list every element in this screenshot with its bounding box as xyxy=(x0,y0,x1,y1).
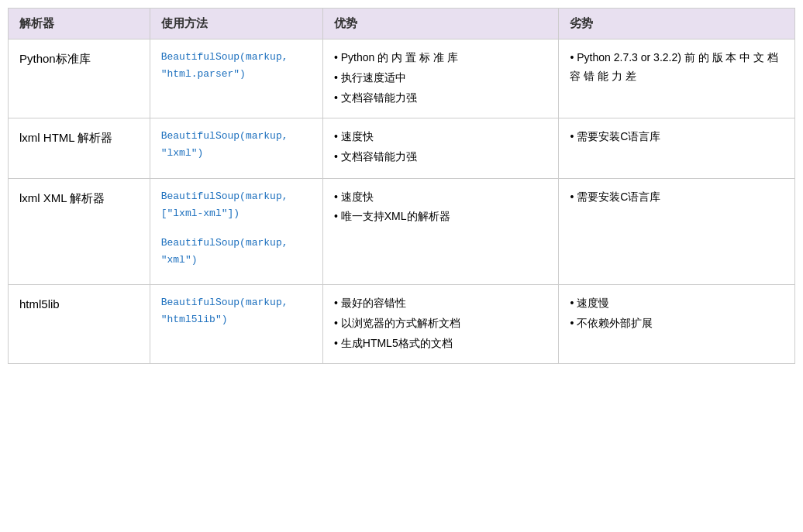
usage-code: BeautifulSoup(markup, "html5lib") xyxy=(161,294,312,328)
cell-cons: 速度慢不依赖外部扩展 xyxy=(559,284,795,363)
header-usage: 使用方法 xyxy=(150,9,322,39)
usage-code: BeautifulSoup(markup, "lxml") xyxy=(161,128,312,162)
pros-item: 唯一支持XML的解析器 xyxy=(334,208,548,226)
cell-parser-name: html5lib xyxy=(9,284,150,363)
cell-parser-name: Python标准库 xyxy=(9,39,150,118)
cell-usage: BeautifulSoup(markup, "html5lib") xyxy=(150,284,322,363)
table-row: lxml XML 解析器BeautifulSoup(markup, ["lxml… xyxy=(9,178,795,284)
pros-item: 速度快 xyxy=(334,188,548,207)
pros-item: 文档容错能力强 xyxy=(334,148,548,166)
cons-item: 速度慢 xyxy=(570,294,784,313)
cell-cons: 需要安装C语言库 xyxy=(559,178,795,284)
header-pros: 优势 xyxy=(322,9,559,39)
cons-item: Python 2.7.3 or 3.2.2) 前 的 版 本 中 文 档 容 错… xyxy=(570,49,784,86)
pros-item: 速度快 xyxy=(334,128,548,146)
table-row: Python标准库BeautifulSoup(markup, "html.par… xyxy=(9,39,795,118)
cell-usage: BeautifulSoup(markup, "html.parser") xyxy=(150,39,322,118)
cell-pros: 最好的容错性以浏览器的方式解析文档生成HTML5格式的文档 xyxy=(322,284,559,363)
cell-usage: BeautifulSoup(markup, "lxml") xyxy=(150,118,322,178)
cell-parser-name: lxml HTML 解析器 xyxy=(9,118,150,178)
pros-item: 执行速度适中 xyxy=(334,69,548,88)
cons-item: 需要安装C语言库 xyxy=(570,188,784,207)
usage-code: BeautifulSoup(markup, "html.parser") xyxy=(161,49,312,83)
cell-cons: 需要安装C语言库 xyxy=(559,118,795,178)
table-row: html5libBeautifulSoup(markup, "html5lib"… xyxy=(9,284,795,363)
header-parser: 解析器 xyxy=(9,9,150,39)
cons-item: 不依赖外部扩展 xyxy=(570,314,784,333)
cell-cons: Python 2.7.3 or 3.2.2) 前 的 版 本 中 文 档 容 错… xyxy=(559,39,795,118)
cell-pros: 速度快唯一支持XML的解析器 xyxy=(322,178,559,284)
cell-pros: 速度快文档容错能力强 xyxy=(322,118,559,178)
pros-item: 文档容错能力强 xyxy=(334,89,548,108)
parser-comparison-table: 解析器 使用方法 优势 劣势 Python标准库BeautifulSoup(ma… xyxy=(8,8,795,364)
pros-item: 最好的容错性 xyxy=(334,294,548,313)
header-cons: 劣势 xyxy=(559,9,795,39)
cell-pros: Python 的 内 置 标 准 库执行速度适中文档容错能力强 xyxy=(322,39,559,118)
cell-usage: BeautifulSoup(markup, ["lxml-xml"])Beaut… xyxy=(150,178,322,284)
cell-parser-name: lxml XML 解析器 xyxy=(9,178,150,284)
usage-code: BeautifulSoup(markup, "xml") xyxy=(161,235,312,269)
cons-item: 需要安装C语言库 xyxy=(570,128,784,146)
table-wrapper: 解析器 使用方法 优势 劣势 Python标准库BeautifulSoup(ma… xyxy=(0,0,803,372)
table-header-row: 解析器 使用方法 优势 劣势 xyxy=(9,9,795,39)
table-row: lxml HTML 解析器BeautifulSoup(markup, "lxml… xyxy=(9,118,795,178)
pros-item: Python 的 内 置 标 准 库 xyxy=(334,49,548,67)
pros-item: 生成HTML5格式的文档 xyxy=(334,335,548,353)
usage-code: BeautifulSoup(markup, ["lxml-xml"]) xyxy=(161,188,312,222)
pros-item: 以浏览器的方式解析文档 xyxy=(334,314,548,333)
